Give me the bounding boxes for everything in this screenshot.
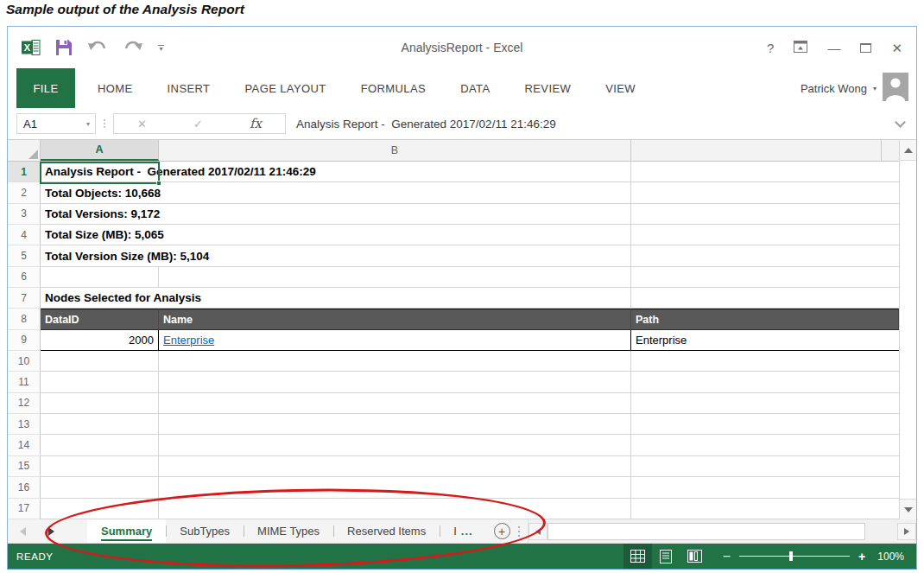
zoom-slider[interactable]: [739, 556, 850, 557]
page-break-preview-icon[interactable]: [680, 544, 709, 569]
cancel-icon[interactable]: ✕: [137, 118, 147, 131]
cell-a2[interactable]: Total Objects: 10,668: [41, 182, 631, 203]
cell-c12[interactable]: [631, 393, 899, 414]
cell-b10[interactable]: [159, 351, 631, 372]
name-box-dropdown-icon[interactable]: ▾: [86, 120, 95, 128]
cell-b14[interactable]: [159, 435, 631, 455]
formula-bar-splitter[interactable]: [104, 119, 105, 128]
row-header-6[interactable]: 6: [8, 267, 41, 288]
sheet-tab-mime-types[interactable]: MIME Types: [244, 519, 333, 543]
row-header-16[interactable]: 16: [8, 477, 41, 498]
zoom-in-icon[interactable]: +: [858, 550, 865, 563]
new-sheet-icon[interactable]: +: [494, 523, 510, 539]
zoom-out-icon[interactable]: −: [723, 549, 731, 564]
tab-data[interactable]: DATA: [448, 68, 502, 108]
cell-b16[interactable]: [159, 477, 631, 498]
tab-review[interactable]: REVIEW: [512, 68, 583, 108]
horizontal-scrollbar-thumb[interactable]: [547, 523, 865, 540]
sheet-tab-reserved-items[interactable]: Reserved Items: [333, 519, 440, 543]
row-header-9[interactable]: 9: [8, 330, 41, 351]
cell-c8-path-header[interactable]: Path: [631, 309, 899, 329]
page-layout-view-icon[interactable]: [652, 544, 680, 569]
horizontal-scrollbar[interactable]: [528, 519, 916, 543]
name-box[interactable]: A1 ▾: [16, 113, 96, 134]
cell-a5[interactable]: Total Version Size (MB): 5,104: [41, 245, 631, 266]
tab-formulas[interactable]: FORMULAS: [349, 68, 438, 108]
row-header-17[interactable]: 17: [8, 499, 41, 519]
cell-c7[interactable]: [631, 288, 899, 309]
select-all-button[interactable]: [8, 140, 41, 161]
cell-a12[interactable]: [41, 393, 159, 414]
row-header-11[interactable]: 11: [8, 372, 41, 392]
account-area[interactable]: Patrick Wong ▾: [801, 68, 916, 108]
help-icon[interactable]: ?: [767, 41, 774, 54]
save-icon[interactable]: [55, 39, 73, 56]
row-header-1[interactable]: 1: [8, 162, 41, 182]
tab-page-layout[interactable]: PAGE LAYOUT: [232, 68, 338, 108]
enterprise-link[interactable]: Enterprise: [163, 334, 214, 347]
cell-a14[interactable]: [41, 435, 159, 455]
cell-b12[interactable]: [159, 393, 631, 414]
tab-view[interactable]: VIEW: [593, 68, 648, 108]
column-header-b[interactable]: B: [159, 140, 631, 161]
cell-c1[interactable]: [631, 162, 899, 182]
enter-icon[interactable]: ✓: [193, 118, 203, 131]
cell-c11[interactable]: [631, 372, 899, 392]
row-header-3[interactable]: 3: [8, 204, 41, 225]
cell-b17[interactable]: [159, 499, 631, 519]
cell-c4[interactable]: [631, 225, 899, 245]
normal-view-icon[interactable]: [623, 544, 652, 569]
undo-icon[interactable]: [87, 39, 108, 56]
cell-a4[interactable]: Total Size (MB): 5,065: [41, 225, 631, 245]
row-header-7[interactable]: 7: [8, 288, 41, 309]
ribbon-display-options-icon[interactable]: [794, 41, 807, 54]
sheet-tab-subtypes[interactable]: SubTypes: [166, 519, 244, 543]
zoom-slider-thumb[interactable]: [789, 551, 793, 561]
cell-a15[interactable]: [41, 456, 159, 477]
cell-c3[interactable]: [631, 204, 899, 225]
row-header-13[interactable]: 13: [8, 414, 41, 435]
user-dropdown-icon[interactable]: ▾: [873, 85, 877, 92]
maximize-icon[interactable]: [860, 41, 871, 54]
cell-c10[interactable]: [631, 351, 899, 372]
scroll-right-icon[interactable]: [897, 523, 916, 540]
tab-bar-splitter[interactable]: [518, 519, 520, 543]
cell-a16[interactable]: [41, 477, 159, 498]
redo-icon[interactable]: [123, 39, 143, 56]
cell-a9-dataid[interactable]: 2000: [41, 330, 159, 351]
cell-a17[interactable]: [41, 499, 159, 519]
scroll-down-icon[interactable]: [900, 499, 916, 519]
cell-b13[interactable]: [159, 414, 631, 435]
sheet-tab-summary[interactable]: Summary: [87, 519, 166, 543]
cell-b11[interactable]: [159, 372, 631, 392]
close-icon[interactable]: ✕: [891, 41, 902, 54]
zoom-level[interactable]: 100%: [877, 551, 916, 563]
cell-b6[interactable]: [159, 267, 631, 288]
cell-c14[interactable]: [631, 435, 899, 455]
cell-c17[interactable]: [631, 499, 899, 519]
vertical-scrollbar[interactable]: [899, 140, 916, 519]
row-header-4[interactable]: 4: [8, 225, 41, 245]
tab-file[interactable]: FILE: [16, 68, 75, 108]
scroll-left-icon[interactable]: [528, 523, 547, 540]
row-header-8[interactable]: 8: [8, 309, 41, 329]
cell-a7[interactable]: Nodes Selected for Analysis: [41, 288, 631, 309]
cell-a8-dataid-header[interactable]: DataID: [41, 309, 159, 329]
avatar[interactable]: [883, 73, 908, 105]
cell-c2[interactable]: [631, 182, 899, 203]
row-header-2[interactable]: 2: [8, 182, 41, 203]
cell-c5[interactable]: [631, 245, 899, 266]
sheet-next-icon[interactable]: [48, 527, 54, 536]
cell-c6[interactable]: [631, 267, 899, 288]
column-header-c[interactable]: [631, 140, 882, 161]
cell-a1[interactable]: Analysis Report - Generated 2017/02/11 2…: [41, 162, 631, 182]
sheet-prev-icon[interactable]: [20, 527, 26, 536]
cell-c9-path[interactable]: Enterprise: [631, 330, 899, 351]
cell-c16[interactable]: [631, 477, 899, 498]
cell-a13[interactable]: [41, 414, 159, 435]
column-header-a[interactable]: A: [41, 140, 159, 161]
cell-a3[interactable]: Total Versions: 9,172: [41, 204, 631, 225]
vertical-scrollbar-track[interactable]: [900, 161, 916, 499]
cell-b8-name-header[interactable]: Name: [159, 309, 631, 329]
customize-qat-icon[interactable]: ▾: [158, 45, 164, 51]
